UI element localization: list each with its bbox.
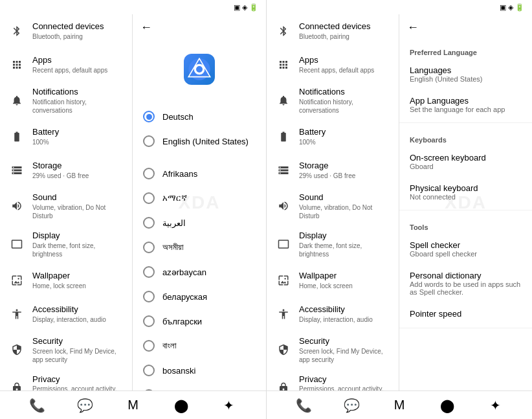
lang-name: Afrikaans — [162, 169, 197, 179]
radio-circle — [143, 266, 155, 278]
lang-input-item-1-0[interactable]: On-screen keyboard Gboard — [399, 146, 532, 177]
setting-title-wallpaper: Wallpaper — [32, 271, 124, 282]
setting-item-display[interactable]: Display Dark theme, font size, brightnes… — [0, 225, 132, 264]
setting-subtitle-sound: Volume, vibration, Do Not Disturb — [32, 203, 124, 220]
nav-photos[interactable]: ✦ — [483, 394, 507, 417]
setting-item-accessibility[interactable]: Accessibility Display, interaction, audi… — [0, 297, 132, 331]
nav-gmail[interactable]: M — [388, 394, 411, 417]
setting-title-display: Display — [299, 231, 391, 242]
setting-subtitle-storage: 29% used · GB free — [299, 172, 391, 180]
lang-item[interactable]: Deutsch — [133, 104, 266, 129]
lang-name: অসমীয়া — [162, 242, 184, 253]
setting-title-storage: Storage — [32, 161, 124, 172]
lang-input-item-1-1[interactable]: Physical keyboard Not connected — [399, 177, 532, 207]
nav-phone[interactable]: 📞 — [292, 394, 315, 417]
accessibility-icon — [8, 305, 26, 323]
back-icon-2[interactable]: ← — [407, 21, 419, 34]
lang-item[interactable]: বাংলা — [133, 334, 266, 358]
setting-item-apps[interactable]: Apps Recent apps, default apps — [267, 48, 399, 82]
lang-item[interactable]: অসমীয়া — [133, 235, 266, 260]
setting-item-accessibility[interactable]: Accessibility Display, interaction, audi… — [267, 297, 399, 331]
setting-subtitle-wallpaper: Home, lock screen — [299, 282, 391, 290]
setting-title-accessibility: Accessibility — [32, 304, 124, 315]
nav-gmail[interactable]: M — [121, 394, 144, 417]
lang-name: العربية — [162, 218, 186, 228]
setting-item-connected[interactable]: Connected devices Bluetooth, pairing — [0, 14, 132, 48]
setting-item-notifications[interactable]: Notifications Notification history, conv… — [0, 82, 132, 120]
lang-input-item-2-1[interactable]: Personal dictionary Add words to be used… — [399, 264, 532, 302]
radio-circle — [143, 111, 155, 122]
setting-subtitle-sound: Volume, vibration, Do Not Disturb — [299, 203, 391, 220]
setting-item-security[interactable]: Security Screen lock, Find My Device, ap… — [267, 331, 399, 369]
lang-input-title-0-1: App Languages — [410, 96, 522, 106]
setting-item-battery[interactable]: Battery 100% — [0, 120, 132, 153]
setting-item-wallpaper[interactable]: Wallpaper Home, lock screen — [0, 264, 132, 297]
setting-item-battery[interactable]: Battery 100% — [267, 120, 399, 153]
sound-icon — [8, 197, 26, 215]
nav-photos[interactable]: ✦ — [217, 394, 241, 417]
lang-input-subtitle-0-1: Set the language for each app — [410, 106, 522, 113]
setting-subtitle-security: Screen lock, Find My Device, app securit… — [32, 347, 124, 364]
setting-item-sound[interactable]: Sound Volume, vibration, Do Not Disturb — [0, 187, 132, 225]
lang-input-subtitle-2-0: Gboard spell checker — [410, 250, 522, 258]
setting-title-battery: Battery — [32, 127, 124, 138]
setting-title-storage: Storage — [299, 161, 391, 172]
lang-item[interactable]: bosanski — [133, 358, 266, 383]
lang-item[interactable]: العربية — [133, 210, 266, 235]
setting-title-privacy: Privacy — [299, 374, 391, 385]
nav-phone[interactable]: 📞 — [25, 394, 49, 417]
setting-item-privacy[interactable]: Privacy Permissions, account activity, p… — [267, 369, 399, 391]
setting-item-display[interactable]: Display Dark theme, font size, brightnes… — [267, 225, 399, 264]
bluetooth-icon — [8, 22, 26, 40]
lang-item[interactable]: български — [133, 309, 266, 334]
setting-title-sound: Sound — [299, 192, 391, 203]
lang-input-item-0-0[interactable]: Languages English (United States) — [399, 59, 532, 89]
section-divider-0 — [399, 122, 532, 123]
settings-list-1: Connected devices Bluetooth, pairing App… — [0, 14, 133, 391]
setting-title-security: Security — [32, 336, 124, 347]
lang-item[interactable]: беларуская — [133, 284, 266, 309]
lang-input-item-0-1[interactable]: App Languages Set the language for each … — [399, 89, 532, 120]
radio-circle — [143, 217, 155, 229]
nav-chrome[interactable]: ⬤ — [170, 394, 193, 417]
setting-subtitle-display: Dark theme, font size, brightness — [299, 242, 391, 258]
nav-chrome[interactable]: ⬤ — [436, 394, 459, 417]
nav-messages[interactable]: 💬 — [73, 394, 96, 417]
status-bar-1: ▣ ◈ 🔋 — [0, 0, 266, 14]
setting-item-apps[interactable]: Apps Recent apps, default apps — [0, 48, 132, 82]
bell-icon — [274, 91, 293, 109]
all-header — [133, 153, 266, 161]
setting-item-sound[interactable]: Sound Volume, vibration, Do Not Disturb — [267, 187, 399, 225]
setting-item-wallpaper[interactable]: Wallpaper Home, lock screen — [267, 264, 399, 297]
nav-messages[interactable]: 💬 — [340, 394, 363, 417]
setting-item-storage[interactable]: Storage 29% used · GB free — [0, 153, 132, 187]
lang-item[interactable]: አማርኛ — [133, 186, 266, 210]
lang-item[interactable]: Afrikaans — [133, 161, 266, 186]
lang-item[interactable]: English (United States) — [133, 129, 266, 153]
setting-item-privacy[interactable]: Privacy Permissions, account activity, p… — [0, 369, 132, 391]
lang-name: català — [162, 391, 185, 391]
suggested-header — [133, 96, 266, 104]
setting-title-apps: Apps — [299, 55, 391, 66]
bottom-nav-1: 📞💬M⬤✦ — [0, 391, 266, 419]
setting-item-connected[interactable]: Connected devices Bluetooth, pairing — [267, 14, 399, 48]
lang-input-title-1-1: Physical keyboard — [410, 183, 522, 193]
section-divider-2 — [399, 328, 532, 328]
setting-title-accessibility: Accessibility — [299, 304, 391, 315]
lang-input-item-2-2[interactable]: Pointer speed — [399, 302, 532, 325]
lang-item[interactable]: català — [133, 383, 266, 391]
radio-circle — [143, 135, 155, 147]
setting-subtitle-accessibility: Display, interaction, audio — [299, 315, 391, 324]
app-icon-area — [133, 41, 266, 96]
lang-name: azərbaycan — [162, 267, 206, 277]
setting-item-notifications[interactable]: Notifications Notification history, conv… — [267, 82, 399, 120]
back-icon-1[interactable]: ← — [140, 21, 152, 34]
setting-item-storage[interactable]: Storage 29% used · GB free — [267, 153, 399, 187]
setting-subtitle-wallpaper: Home, lock screen — [32, 282, 124, 290]
setting-title-connected: Connected devices — [32, 21, 124, 32]
setting-item-security[interactable]: Security Screen lock, Find My Device, ap… — [0, 331, 132, 369]
lang-name: Deutsch — [162, 112, 194, 122]
lang-item[interactable]: azərbaycan — [133, 260, 266, 284]
settings-list-2: Connected devices Bluetooth, pairing App… — [267, 14, 399, 391]
lang-input-item-2-0[interactable]: Spell checker Gboard spell checker — [399, 234, 532, 264]
